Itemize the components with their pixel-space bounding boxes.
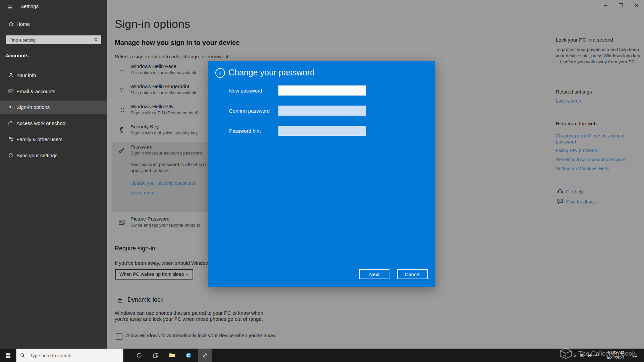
dynamic-lock-heading: Dynamic lock	[127, 296, 163, 303]
lock-screen-link[interactable]: Lock screen	[556, 98, 581, 104]
sidebar-search-input[interactable]	[9, 36, 91, 44]
feedback-icon	[557, 198, 564, 204]
help-link-reset-local-password[interactable]: Resetting local account password	[556, 157, 626, 163]
taskbar-search-box[interactable]	[16, 349, 123, 362]
sidebar-item-home[interactable]: Home	[0, 17, 107, 31]
app-title: Settings	[20, 3, 39, 9]
edge-button[interactable]	[182, 349, 195, 362]
taskbar-clock[interactable]: 10:33 AM 5/22/2021	[603, 350, 629, 360]
taskbar-search-input[interactable]	[29, 352, 118, 359]
tray-network-button[interactable]	[586, 349, 593, 362]
file-explorer-icon	[169, 352, 175, 359]
option-desc: Swipe and tap your favorite photo to	[130, 223, 200, 228]
confirm-password-label: Confirm password	[229, 108, 270, 114]
chevron-up-icon	[562, 353, 567, 358]
sidebar-section-label: Accounts	[6, 53, 29, 58]
require-signin-dropdown[interactable]: When PC wakes up from sleep	[115, 269, 193, 280]
option-name: Windows Hello PIN	[130, 104, 173, 109]
sidebar-item-your-info[interactable]: Your info	[0, 69, 107, 82]
get-help-link[interactable]: Get help	[566, 189, 584, 195]
screen: Settings Home Accounts Your info Email &…	[0, 0, 644, 362]
help-link-change-ms-password[interactable]: Changing your Microsoft account password	[556, 133, 640, 145]
sidebar-item-label: Home	[16, 21, 30, 27]
search-icon	[94, 38, 99, 42]
action-center-icon	[632, 353, 638, 358]
cortana-button[interactable]	[132, 349, 146, 362]
give-feedback-link[interactable]: Give feedback	[566, 199, 596, 205]
cancel-button[interactable]: Cancel	[397, 269, 428, 279]
sidebar-item-family-other-users[interactable]: Family & other users	[0, 133, 107, 146]
task-view-button[interactable]	[149, 349, 162, 362]
sidebar-item-label: Family & other users	[16, 136, 63, 142]
start-button[interactable]	[0, 349, 16, 362]
new-password-label: New password	[229, 88, 262, 94]
option-desc: This option is currently unavailable—	[130, 70, 202, 75]
dynamic-lock-desc-line2: you’re away and lock your PC when those …	[115, 316, 263, 322]
dynamic-lock-desc-line1: Windows can use phones that are paired t…	[115, 310, 263, 316]
hamburger-icon	[7, 4, 13, 10]
option-name[interactable]: Password	[130, 144, 153, 149]
close-icon	[634, 3, 639, 8]
chevron-down-icon	[185, 273, 190, 277]
action-center-button[interactable]	[629, 349, 641, 362]
dynamic-lock-icon	[116, 296, 124, 304]
file-explorer-button[interactable]	[165, 349, 179, 362]
settings-taskbar-button[interactable]	[198, 349, 212, 362]
sidebar-item-sync-your-settings[interactable]: Sync your settings	[0, 149, 107, 162]
sync-icon	[8, 153, 14, 158]
option-name: Windows Hello Fingerprint	[130, 83, 189, 89]
option-name: Security Key	[130, 124, 159, 129]
help-link-setup-hello[interactable]: Setting up Windows Hello	[556, 166, 609, 172]
maximize-button[interactable]	[613, 0, 629, 11]
sidebar-item-access-work-school[interactable]: Access work or school	[0, 117, 107, 130]
update-security-questions-link[interactable]: Update your security questions	[130, 180, 195, 186]
change-password-dialog: Change your password New password Confir…	[208, 61, 435, 287]
next-button[interactable]: Next	[359, 269, 389, 279]
password-detail-line2: apps, and services.	[130, 168, 171, 173]
tray-chevron-button[interactable]	[560, 349, 568, 362]
tray-location-button[interactable]	[571, 349, 579, 362]
page-title: Sign-in options	[115, 17, 190, 31]
tray-volume-button[interactable]	[593, 349, 601, 362]
learn-more-link[interactable]: Learn more	[130, 190, 155, 195]
picture-password-icon	[118, 219, 125, 226]
minimize-button[interactable]	[598, 0, 613, 11]
option-desc: This option is currently unavailable—	[130, 90, 202, 95]
dynamic-lock-checkbox-label: Allow Windows to automatically lock your…	[126, 333, 275, 338]
hello-face-icon	[118, 66, 125, 73]
sidebar-item-label: Sign-in options	[16, 104, 50, 110]
dynamic-lock-checkbox[interactable]	[116, 333, 122, 340]
clock-time: 10:33 AM	[603, 350, 629, 355]
new-password-input[interactable]	[278, 85, 366, 96]
option-desc: Sign in with a PIN (Recommended)	[130, 110, 199, 115]
password-hint-input[interactable]	[278, 126, 366, 136]
fingerprint-icon	[118, 86, 125, 93]
confirm-password-input[interactable]	[278, 106, 366, 116]
search-icon	[20, 353, 25, 358]
sidebar-search-box[interactable]	[6, 35, 101, 44]
option-desc: Sign in with a physical security key	[130, 130, 198, 135]
family-icon	[8, 136, 14, 142]
close-button[interactable]	[629, 0, 644, 11]
tray-battery-button[interactable]	[579, 349, 586, 362]
require-signin-heading: Require sign-in	[115, 245, 155, 252]
briefcase-icon	[8, 120, 14, 126]
sidebar-item-label: Sync your settings	[16, 153, 58, 158]
user-icon	[8, 72, 14, 78]
help-link-fixing-pin[interactable]: Fixing PIN problems	[556, 147, 598, 154]
email-icon	[8, 88, 14, 94]
sidebar-item-sign-in-options[interactable]: Sign-in options	[0, 101, 107, 114]
sidebar-item-label: Your info	[16, 72, 36, 78]
sidebar-item-email-accounts[interactable]: Email & accounts	[0, 85, 107, 98]
hamburger-button[interactable]	[5, 2, 15, 12]
pin-pad-icon	[118, 107, 125, 113]
battery-icon	[580, 353, 585, 358]
back-button[interactable]	[215, 68, 225, 78]
minimize-icon	[604, 5, 607, 6]
home-icon	[8, 21, 14, 27]
cortana-icon	[136, 352, 142, 358]
location-icon	[573, 353, 578, 358]
volume-icon	[594, 353, 600, 358]
network-globe-icon	[587, 353, 592, 358]
instruction-text: Select a sign-in option to add, change, …	[115, 54, 230, 59]
